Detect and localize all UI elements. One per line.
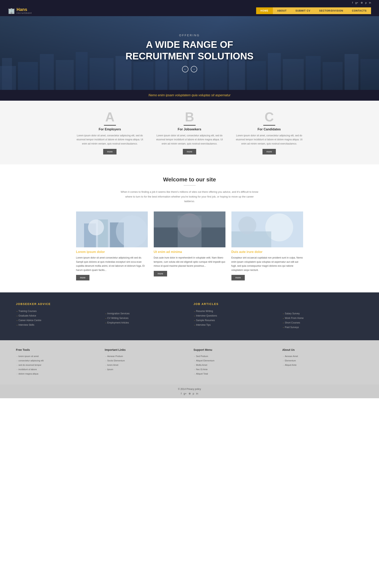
about-link-1[interactable]: Aenean Amet — [285, 355, 298, 357]
svg-rect-17 — [306, 56, 321, 90]
dark-footer-list-misc: Immigration Services CV Writing Services… — [105, 312, 186, 324]
card-btn-1[interactable]: more — [76, 275, 89, 280]
tools-link-1[interactable]: lorem ipsum sit amet — [18, 355, 39, 357]
footer-link-salary[interactable]: Salary Survey — [285, 312, 300, 315]
footer-link-interview-tips[interactable]: Interview Tips — [196, 324, 210, 326]
nav-about[interactable]: ABOUT — [273, 7, 291, 14]
abc-btn-employers[interactable]: more — [103, 149, 116, 154]
hero-content: OFFERING A WIDE RANGE OF RECRUITMENT SOL… — [117, 26, 262, 80]
light-footer-list-tools: lorem ipsum sit amet consectetur adipisc… — [16, 355, 97, 375]
abc-divider-a — [104, 125, 116, 126]
list-item: Sample Resumes — [194, 319, 274, 322]
support-link-1[interactable]: Sed Pretium — [196, 355, 208, 357]
svg-rect-16 — [283, 59, 304, 90]
linkedin-icon[interactable]: in — [369, 1, 371, 4]
abc-title-candidates: For Candidates — [236, 128, 303, 131]
nav-submit-cv[interactable]: SUBMIT CV — [291, 7, 315, 14]
support-link-4[interactable]: Nec Et Ante — [196, 368, 207, 371]
footer-link-immigration[interactable]: Immigration Services — [107, 312, 130, 315]
bottom-linkedin-icon[interactable]: in — [196, 392, 198, 395]
welcome-card-2: Ut enim ad minima Duis aute irure dolor … — [154, 212, 225, 280]
support-link-3[interactable]: Mollis Amet — [196, 364, 207, 366]
bottom-google-plus-icon[interactable]: g+ — [184, 392, 187, 395]
links-link-4[interactable]: Ipsum — [107, 368, 113, 371]
svg-rect-6 — [90, 58, 113, 90]
abc-section: A For Employers Lorem ipsum dolor sit am… — [0, 101, 379, 164]
footer-link-sample-resumes[interactable]: Sample Resumes — [196, 319, 215, 322]
top-social-icons: f g+ ⊕ p in — [352, 1, 371, 4]
tools-link-5[interactable]: dolore magna aliqua — [18, 373, 38, 375]
nav-sector[interactable]: SECTOR/DIVISION — [315, 7, 347, 14]
hero-title-line1: A WIDE RANGE OF — [146, 39, 233, 50]
welcome-card-3: Duis aute irure dolor Excepteur sint occ… — [231, 212, 303, 280]
abc-text-employers: Lorem ipsum dolor sit amet, consectetur … — [76, 133, 144, 146]
about-link-3[interactable]: Aliquet Ante — [285, 364, 297, 366]
nav-contacts[interactable]: CONTACTS — [347, 7, 371, 14]
hero-next-arrow[interactable]: → — [191, 66, 197, 72]
footer-link-resume-writing[interactable]: Resume Writing — [196, 310, 213, 312]
dark-footer-list-articles: Resume Writing Interview Questions Sampl… — [194, 310, 274, 326]
hero-tagline: Nemo enim ipsam voluptatem quia voluptas… — [0, 90, 379, 101]
list-item: Interview Skills — [16, 323, 97, 326]
footer-link-interview-questions[interactable]: Interview Questions — [196, 314, 217, 317]
footer-link-training[interactable]: Training Courses — [18, 310, 37, 312]
pinterest-icon[interactable]: p — [365, 1, 367, 4]
abc-text-jobseekers: Lorem ipsum dolor sit amet, consectetur … — [156, 133, 223, 146]
list-item: Aenean Amet — [282, 355, 363, 358]
bottom-pinterest-icon[interactable]: p — [193, 392, 194, 395]
tools-link-3[interactable]: sed do eiusmod tempor — [18, 364, 41, 366]
footer-link-paid-surveys[interactable]: Paid Surveys — [285, 326, 299, 329]
abc-btn-candidates[interactable]: more — [263, 149, 276, 154]
dark-footer-title-misc — [105, 302, 186, 308]
footer-link-cvwriting[interactable]: CV Writing Services — [107, 317, 128, 320]
footer-link-short-courses[interactable]: Short Courses — [285, 321, 300, 324]
logo-name: Hans — [16, 7, 32, 12]
footer-link-interview-skills[interactable]: Interview Skills — [18, 324, 34, 326]
hero-prev-arrow[interactable]: ← — [182, 66, 189, 72]
welcome-text: When it comes to finding a job it seems … — [120, 190, 259, 203]
abc-divider-b — [184, 125, 196, 126]
list-item: incididunt ut labore — [16, 368, 97, 371]
card-text-2: Duis aute irure dolor in reprehenderit i… — [154, 256, 225, 268]
list-item: Aliquet Total — [194, 372, 274, 375]
facebook-icon[interactable]: f — [352, 1, 353, 4]
links-link-3[interactable]: lorem Amet — [107, 364, 119, 366]
abc-letter-b: B — [156, 111, 223, 123]
bottom-rss-icon[interactable]: ⊕ — [189, 392, 191, 395]
bottom-facebook-icon[interactable]: f — [181, 392, 182, 395]
list-item: Immigration Services — [105, 312, 186, 315]
support-link-2[interactable]: Aliquet Elementum — [196, 359, 214, 362]
abc-col-candidates: C For Candidates Lorem ipsum dolor sit a… — [236, 111, 303, 154]
logo-text: Hans recruitment — [16, 7, 32, 14]
bottom-bar: © 2014 Privacy policy f g+ ⊕ p in — [0, 385, 379, 398]
list-item: Interview Tips — [194, 323, 274, 326]
footer-link-employment[interactable]: Employment Articles — [107, 321, 129, 324]
tools-link-2[interactable]: consectetur adipiscing elit — [18, 359, 44, 362]
welcome-divider — [184, 185, 196, 186]
svg-rect-2 — [18, 62, 38, 90]
card-text-3: Excepteur sint occaecat cupidatat non pr… — [231, 256, 303, 272]
svg-point-26 — [88, 219, 104, 235]
tools-link-4[interactable]: incididunt ut labore — [18, 368, 37, 371]
footer-link-career[interactable]: Career Advice Centre — [18, 319, 41, 322]
abc-title-employers: For Employers — [76, 128, 144, 131]
abc-btn-jobseekers[interactable]: more — [183, 149, 196, 154]
dark-footer: JOBSEEKER ADVICE Training Courses Gradua… — [0, 293, 379, 340]
card-btn-3[interactable]: more — [231, 275, 245, 280]
rss-icon[interactable]: ⊕ — [361, 1, 363, 4]
links-link-2[interactable]: Sociis Elementum — [107, 359, 125, 362]
list-item: Elementum — [282, 359, 363, 362]
nav-home[interactable]: HOME — [256, 7, 273, 14]
svg-rect-19 — [345, 54, 359, 90]
list-item: lorem Amet — [105, 363, 186, 366]
google-plus-icon[interactable]: g+ — [355, 1, 358, 4]
abc-letter-a: A — [76, 111, 144, 123]
footer-link-graduate[interactable]: Graduate Advice — [18, 314, 36, 317]
footer-link-wfh[interactable]: Work From Home — [285, 317, 303, 320]
card-btn-2[interactable]: more — [154, 271, 167, 277]
support-link-5[interactable]: Aliquet Total — [196, 373, 208, 375]
hero-title-line2: RECRUITMENT SOLUTIONS — [126, 51, 253, 61]
card-text-1: Lorem ipsum dolor sit amet consectetur a… — [76, 256, 148, 272]
links-link-1[interactable]: Aenean Pretium — [107, 355, 123, 357]
about-link-2[interactable]: Elementum — [285, 359, 296, 362]
